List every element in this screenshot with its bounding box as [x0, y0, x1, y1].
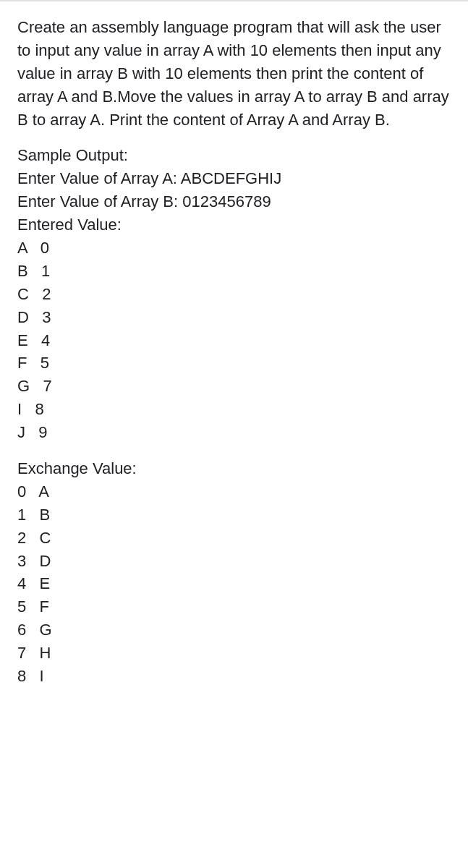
enter-array-b-line: Enter Value of Array B: 0123456789: [17, 190, 451, 213]
value-pair: 5 F: [17, 595, 451, 618]
value-pair: 0 A: [17, 480, 451, 503]
enter-a-label: Enter Value of Array A:: [17, 169, 181, 187]
value-pair: 8 I: [17, 665, 451, 688]
value-pair: B 1: [17, 260, 451, 283]
problem-description: Create an assembly language program that…: [17, 16, 451, 131]
value-pair: F 5: [17, 352, 451, 375]
value-pair: J 9: [17, 421, 451, 444]
exchange-value-list: 0 A1 B2 C3 D4 E5 F6 G7 H8 I: [17, 480, 451, 688]
value-pair: 4 E: [17, 572, 451, 595]
enter-b-label: Enter Value of Array B:: [17, 192, 182, 210]
value-pair: D 3: [17, 306, 451, 329]
value-pair: 2 C: [17, 527, 451, 550]
value-pair: I 8: [17, 398, 451, 421]
value-pair: E 4: [17, 329, 451, 352]
exchange-value-heading: Exchange Value:: [17, 457, 451, 480]
sample-output-heading: Sample Output:: [17, 144, 451, 167]
value-pair: 1 B: [17, 503, 451, 527]
enter-b-value: 0123456789: [182, 192, 271, 210]
sample-output-section: Sample Output: Enter Value of Array A: A…: [17, 144, 451, 444]
enter-array-a-line: Enter Value of Array A: ABCDEFGHIJ: [17, 167, 451, 190]
entered-value-list: A 0B 1C 2D 3E 4F 5G 7I 8J 9: [17, 237, 451, 444]
value-pair: C 2: [17, 283, 451, 306]
value-pair: 7 H: [17, 642, 451, 665]
value-pair: G 7: [17, 375, 451, 398]
enter-a-value: ABCDEFGHIJ: [181, 169, 281, 187]
entered-value-heading: Entered Value:: [17, 213, 451, 237]
value-pair: 6 G: [17, 618, 451, 642]
value-pair: 3 D: [17, 550, 451, 573]
exchange-value-section: Exchange Value: 0 A1 B2 C3 D4 E5 F6 G7 H…: [17, 457, 451, 688]
value-pair: A 0: [17, 237, 451, 260]
